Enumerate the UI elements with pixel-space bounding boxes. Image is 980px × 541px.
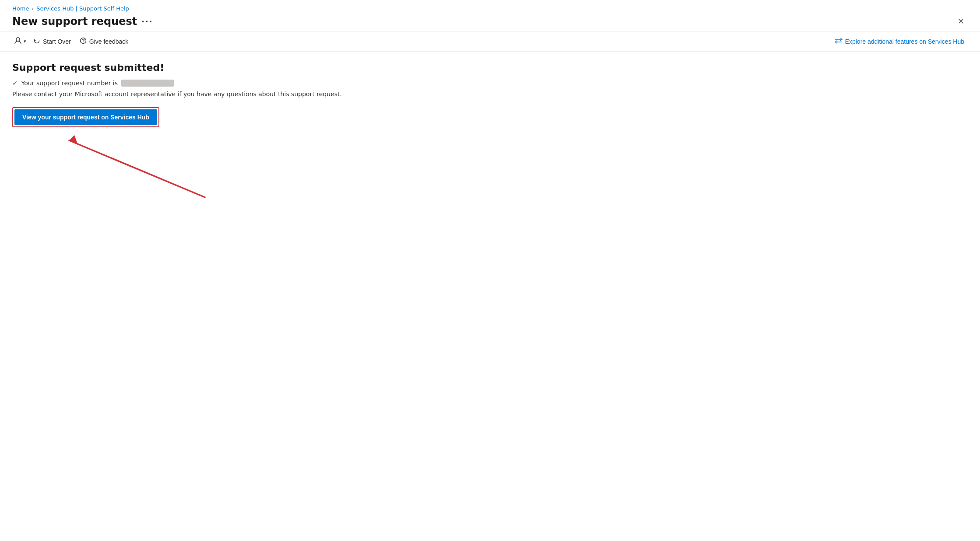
breadcrumb-sep-1: › bbox=[32, 6, 34, 12]
breadcrumb-home[interactable]: Home bbox=[12, 5, 29, 12]
annotation-arrow bbox=[39, 132, 214, 202]
page-title: New support request bbox=[12, 15, 137, 28]
success-heading: Support request submitted! bbox=[12, 62, 968, 73]
explore-features-label: Explore additional features on Services … bbox=[845, 38, 964, 45]
request-number-row: ✓ Your support request number is bbox=[12, 79, 968, 87]
svg-point-2 bbox=[83, 42, 83, 42]
toolbar: ▾ Start Over bbox=[0, 31, 980, 52]
view-request-highlight: View your support request on Services Hu… bbox=[12, 107, 159, 127]
main-content: Support request submitted! ✓ Your suppor… bbox=[0, 52, 980, 212]
check-icon: ✓ bbox=[12, 79, 18, 87]
svg-point-1 bbox=[80, 38, 86, 43]
contact-text: Please contact your Microsoft account re… bbox=[12, 91, 968, 98]
chevron-down-icon: ▾ bbox=[24, 38, 26, 44]
more-options-icon[interactable]: ··· bbox=[141, 17, 153, 26]
view-request-button[interactable]: View your support request on Services Hu… bbox=[14, 109, 157, 125]
request-number-text: Your support request number is bbox=[21, 80, 118, 87]
svg-point-0 bbox=[16, 38, 20, 41]
refresh-icon bbox=[33, 37, 40, 46]
start-over-label: Start Over bbox=[43, 38, 71, 45]
svg-line-5 bbox=[69, 140, 205, 197]
user-account-button[interactable]: ▾ bbox=[12, 34, 28, 49]
start-over-button[interactable]: Start Over bbox=[30, 35, 74, 49]
svg-marker-6 bbox=[69, 135, 78, 145]
request-number-value bbox=[121, 80, 174, 87]
give-feedback-label: Give feedback bbox=[89, 38, 129, 45]
breadcrumb-services-hub[interactable]: Services Hub | Support Self Help bbox=[36, 5, 129, 12]
explore-icon bbox=[835, 38, 843, 45]
feedback-icon bbox=[80, 37, 87, 46]
close-button[interactable]: ✕ bbox=[954, 16, 968, 27]
breadcrumb: Home › Services Hub | Support Self Help bbox=[0, 0, 980, 14]
give-feedback-button[interactable]: Give feedback bbox=[76, 35, 132, 49]
title-row: New support request ··· ✕ bbox=[0, 14, 980, 31]
explore-features-button[interactable]: Explore additional features on Services … bbox=[831, 35, 968, 48]
user-icon bbox=[14, 37, 22, 46]
